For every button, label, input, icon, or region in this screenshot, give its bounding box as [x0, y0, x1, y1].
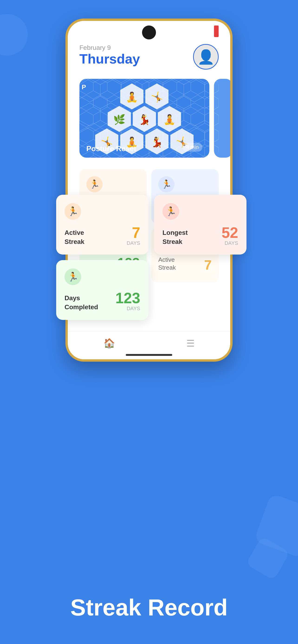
app-header: February 9 Thursday 👤 — [79, 44, 219, 70]
floating-days-completed[interactable]: 🏃 DaysCompleted 123 DAYS — [56, 260, 149, 320]
hex-cell-1: 🧘 — [120, 84, 143, 110]
longest-streak-icon: 🏃 — [158, 176, 175, 192]
floating-active-icon: 🏃 — [65, 203, 81, 220]
active-streak-icon: 🏃 — [86, 176, 103, 192]
floating-cards-overlay: 🏃 ActiveStreak 7 DAYS 🏃 LongestStreak — [56, 195, 246, 320]
nav-home[interactable]: 🏠 — [104, 338, 115, 349]
floating-longest-value: 52 — [222, 225, 238, 240]
hex-cell-5: 🧘 — [158, 106, 181, 132]
avatar[interactable]: 👤 — [193, 44, 219, 70]
date-day: Thursday — [79, 52, 140, 66]
hex-cell-3: 🌿 — [108, 106, 131, 132]
floating-active-unit: DAYS — [127, 240, 140, 246]
page-title-section: Streak Record — [0, 594, 298, 621]
menu-icon: ☰ — [186, 338, 195, 349]
floating-active-value: 7 — [127, 225, 140, 240]
floating-longest-label: LongestStreak — [162, 228, 188, 246]
floating-grid: 🏃 ActiveStreak 7 DAYS 🏃 LongestStreak — [56, 195, 246, 320]
date-section: February 9 Thursday — [79, 44, 140, 66]
running-icon-blue: 🏃 — [161, 180, 172, 189]
camera-notch — [142, 26, 156, 40]
floating-active-label: ActiveStreak — [65, 228, 85, 246]
home-icon: 🏠 — [104, 338, 115, 349]
floating-longest-streak[interactable]: 🏃 LongestStreak 52 DAYS — [154, 195, 246, 254]
floating-days-value: 123 — [115, 291, 140, 306]
running-icon-orange: 🏃 — [89, 180, 100, 189]
floating-days-label: DaysCompleted — [65, 294, 98, 312]
workout-carousel: 🧘 🤸 🌿 💃 🧘 🤸 🧘 💃 — [79, 79, 219, 158]
hex-cell-4: 💃 — [133, 106, 156, 132]
workout-card-peek: P — [214, 79, 230, 158]
battery-icon — [214, 26, 219, 37]
floating-run-coral: 🏃 — [165, 206, 176, 216]
floating-run-green: 🏃 — [68, 272, 79, 282]
bg-decoration-1 — [0, 14, 28, 56]
floating-longest-icon: 🏃 — [162, 203, 179, 220]
page-title: Streak Record — [0, 594, 298, 621]
user-icon: 👤 — [197, 49, 215, 65]
date-month: February 9 — [79, 44, 140, 52]
home-indicator — [126, 354, 172, 356]
floating-active-streak[interactable]: 🏃 ActiveStreak 7 DAYS — [56, 195, 149, 254]
floating-days-icon: 🏃 — [65, 268, 81, 285]
hex-cell-2: 🤸 — [145, 84, 168, 110]
nav-menu[interactable]: ☰ — [186, 338, 195, 349]
floating-run-orange: 🏃 — [68, 206, 79, 216]
phone-mockup: February 9 Thursday 👤 — [66, 18, 232, 362]
